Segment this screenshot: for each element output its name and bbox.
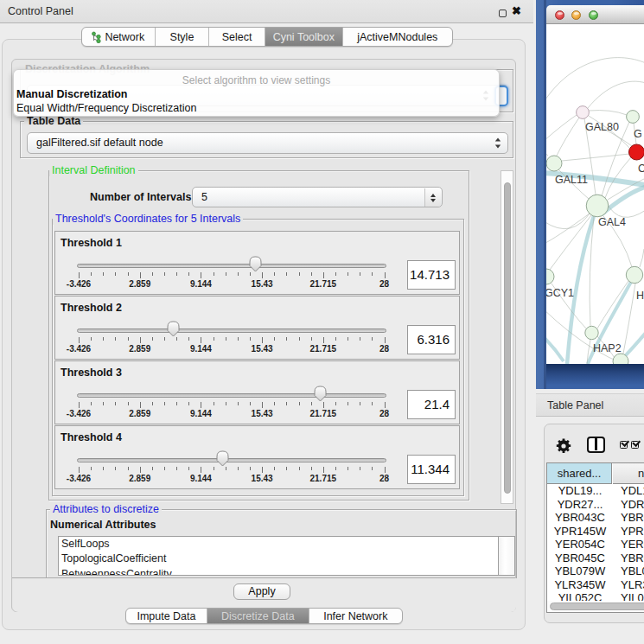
slider-minor-tick <box>115 402 116 405</box>
slider-tick-label: 2.859 <box>118 474 162 483</box>
threshold-slider-thumb[interactable] <box>314 386 327 402</box>
network-node[interactable] <box>585 326 598 339</box>
table-row[interactable]: YBL079WYBL0 <box>547 564 644 578</box>
slider-minor-tick <box>226 272 226 276</box>
slider-minor-tick <box>335 272 336 276</box>
split-columns-icon[interactable] <box>587 437 605 453</box>
tab-network[interactable]: Network <box>82 28 156 46</box>
slider-minor-tick <box>299 337 300 341</box>
zoom-traffic-light[interactable] <box>589 10 598 20</box>
attribute-list-item[interactable]: BetweennessCentrality <box>59 567 514 576</box>
network-canvas[interactable]: GAL80GCGAL11GAL4GCY1HHAP2 <box>546 24 644 364</box>
bottom-tab-infer-network[interactable]: Infer Network <box>309 609 402 623</box>
slider-minor-tick <box>238 467 239 470</box>
network-edge[interactable] <box>557 118 579 156</box>
table-row[interactable]: YLR345WYLR3 <box>547 578 644 592</box>
network-node[interactable] <box>627 111 640 124</box>
table-row[interactable]: YBR045CYBR0 <box>547 552 644 565</box>
network-window-titlebar[interactable] <box>546 5 644 24</box>
table-hscrollbar-thumb[interactable] <box>550 603 644 610</box>
network-node[interactable] <box>577 106 590 119</box>
slider-major-tick <box>385 272 386 278</box>
attributes-list-scrollbar[interactable] <box>498 537 514 575</box>
network-edge[interactable] <box>546 152 548 156</box>
control-panel-titlebar: Control Panel ✖ <box>0 0 533 23</box>
cell-name: YLR3 <box>613 578 644 592</box>
threshold-slider-thumb[interactable] <box>216 450 229 467</box>
table-row[interactable]: YDR27...YDR2 <box>547 498 644 512</box>
network-node[interactable] <box>626 266 642 283</box>
column-header-name[interactable]: na <box>613 463 644 484</box>
algorithm-option[interactable]: Equal Width/Frequency Discretization <box>16 102 196 114</box>
network-node[interactable] <box>629 144 644 160</box>
tab-label: Style <box>170 31 194 43</box>
numerical-attributes-list[interactable]: SelfLoopsTopologicalCoefficientBetweenne… <box>58 536 515 576</box>
network-edge[interactable] <box>589 111 627 115</box>
threshold-slider-track[interactable] <box>77 328 386 333</box>
close-traffic-light[interactable] <box>555 10 564 20</box>
algorithm-placeholder-item[interactable]: Select algorithm to view settings <box>14 74 499 86</box>
network-node-label: G <box>634 128 642 140</box>
tab-jactivemnodules[interactable]: jActiveMNodules <box>343 28 452 46</box>
network-edge[interactable] <box>640 249 644 267</box>
slider-tick-label: 21.715 <box>302 474 345 483</box>
network-edge[interactable] <box>588 81 644 108</box>
threshold-slider-thumb[interactable] <box>249 256 262 272</box>
close-panel-icon[interactable]: ✖ <box>512 4 521 17</box>
threshold-row: Threshold 1-3.4262.8599.14415.4321.71528… <box>54 231 460 295</box>
slider-major-tick <box>140 272 141 278</box>
table-row[interactable]: YBR043CYBR0 <box>547 511 644 525</box>
apply-button[interactable]: Apply <box>233 583 290 600</box>
network-thick-edge[interactable] <box>546 337 564 361</box>
table-data-combobox[interactable]: galFiltered.sif default node <box>27 132 508 154</box>
threshold-value-field[interactable]: 6.316 <box>407 325 456 354</box>
tab-label: Impute Data <box>137 610 195 622</box>
slider-minor-tick <box>128 402 129 405</box>
slider-tick-label: 28 <box>363 344 406 354</box>
number-of-intervals-label: Number of Intervals <box>90 187 191 207</box>
float-window-icon[interactable] <box>499 10 507 17</box>
attribute-list-item[interactable]: TopologicalCoefficient <box>59 552 514 566</box>
network-edge[interactable] <box>597 281 628 328</box>
algorithm-option[interactable]: Manual Discretization <box>16 88 128 100</box>
tab-label: Select <box>222 31 252 43</box>
threshold-value-field[interactable]: 14.713 <box>407 260 456 290</box>
checkbox-icon[interactable] <box>631 441 639 449</box>
settings-scrollbar-thumb[interactable] <box>504 182 511 494</box>
threshold-slider-thumb[interactable] <box>167 321 180 337</box>
column-header-shared-name[interactable]: shared... <box>547 463 612 484</box>
network-node[interactable] <box>586 194 609 217</box>
network-thick-edge[interactable] <box>625 333 644 356</box>
bottom-tab-discretize-data[interactable]: Discretize Data <box>207 609 309 623</box>
table-row[interactable]: YER054CYER0 <box>547 538 644 552</box>
settings-scrollbar[interactable] <box>501 170 513 504</box>
table-horizontal-scrollbar[interactable] <box>547 601 644 612</box>
control-panel-tabs: NetworkStyleSelectCyni ToolboxjActiveMNo… <box>81 27 453 47</box>
tab-cyni-toolbox[interactable]: Cyni Toolbox <box>265 28 343 46</box>
slider-tick-label: 28 <box>363 409 406 418</box>
tab-style[interactable]: Style <box>156 28 210 46</box>
threshold-slider-track[interactable] <box>77 393 386 398</box>
checkbox-icon[interactable] <box>620 441 628 449</box>
threshold-slider-track[interactable] <box>77 264 386 268</box>
gear-icon[interactable] <box>556 438 571 454</box>
number-of-intervals-combobox[interactable]: 5 <box>192 187 443 207</box>
threshold-value-field[interactable]: 21.4 <box>407 390 456 419</box>
network-edge[interactable] <box>562 154 629 161</box>
threshold-slider-track[interactable] <box>77 458 386 462</box>
attribute-list-item[interactable]: SelfLoops <box>59 537 514 552</box>
slider-major-tick <box>262 467 263 473</box>
bottom-tab-impute-data[interactable]: Impute Data <box>126 609 207 623</box>
network-node[interactable] <box>546 269 554 284</box>
slider-tick-label: 2.859 <box>118 344 162 354</box>
table-row[interactable]: YPR145WYPR1 <box>547 525 644 539</box>
network-edge[interactable] <box>546 58 644 102</box>
slider-minor-tick <box>335 402 336 405</box>
tab-select[interactable]: Select <box>209 28 265 46</box>
minimize-traffic-light[interactable] <box>571 10 581 20</box>
table-panel-titlebar: Table Panel <box>536 393 644 417</box>
threshold-value-field[interactable]: 11.344 <box>407 455 456 484</box>
network-node[interactable] <box>546 156 562 171</box>
network-edge[interactable] <box>546 211 591 229</box>
table-row[interactable]: YDL19...YDL1 <box>547 484 644 498</box>
